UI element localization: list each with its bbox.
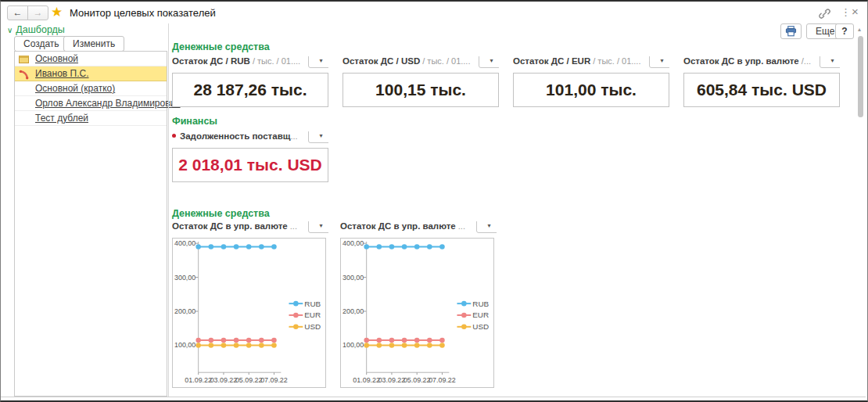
kpi-value: 28 187,26 тыс. [172, 73, 328, 107]
close-icon[interactable]: × [852, 5, 859, 18]
collapse-chevron-icon[interactable]: ∨ [7, 26, 13, 34]
svg-text:05.09.22: 05.09.22 [404, 376, 431, 384]
chart-card-title: Остаток ДС в упр. валюте ... ▾ [172, 221, 328, 233]
chart-card-1: Остаток ДС в упр. валюте ... ▾ 100,00200… [172, 221, 328, 388]
svg-text:USD: USD [304, 322, 321, 331]
help-button[interactable]: ? [835, 23, 854, 39]
kpi-card-rub: Остаток ДС / RUB / тыс. / 01.... ▾ 28 18… [172, 56, 328, 107]
section-title-finance: Финансы [172, 116, 217, 127]
back-button[interactable]: ← [7, 5, 28, 20]
kpi-card-title: Остаток ДС / EUR / тыс. / 01.... ▾ [513, 56, 669, 68]
svg-text:400,00: 400,00 [174, 239, 195, 247]
svg-text:03.09.22: 03.09.22 [210, 376, 238, 384]
dashboard-list-item[interactable]: Основной [15, 52, 167, 66]
kpi-card-title: Остаток ДС / USD / тыс. / 01.... ▾ [343, 56, 499, 68]
kpi-card-usd: Остаток ДС / USD / тыс. / 01.... ▾ 100,1… [343, 56, 499, 107]
line-chart-cash-balance: 100,00200,00300,00400,0001.09.2203.09.22… [340, 238, 494, 388]
kpi-options-dropdown-button[interactable]: ▾ [649, 56, 669, 68]
svg-text:200,00: 200,00 [343, 307, 364, 315]
svg-text:05.09.22: 05.09.22 [235, 376, 263, 384]
dashboards-list: Основной Иванов П.С. Основной (кратко) О… [14, 51, 167, 397]
kpi-options-dropdown-button[interactable]: ▾ [479, 56, 499, 68]
create-button[interactable]: Создать [14, 36, 69, 52]
chart-options-dropdown-button[interactable]: ▾ [308, 221, 328, 233]
negative-indicator-bullet-icon [172, 134, 176, 138]
kpi-card-title: Задолженность поставщ... ▾ [172, 131, 328, 143]
svg-text:07.09.22: 07.09.22 [429, 376, 456, 384]
svg-text:01.09.22: 01.09.22 [353, 376, 380, 384]
kpi-card-title: Остаток ДС / RUB / тыс. / 01.... ▾ [172, 56, 328, 68]
chart-card-title: Остаток ДС в упр. валюте ... ▾ [340, 221, 497, 233]
svg-text:01.09.22: 01.09.22 [185, 376, 212, 384]
svg-text:USD: USD [472, 322, 489, 331]
dashboards-group-label: Дашборды [16, 24, 65, 35]
dashboard-list-item[interactable]: Тест дублей [15, 111, 167, 126]
kpi-card-eur: Остаток ДС / EUR / тыс. / 01.... ▾ 101,0… [513, 56, 669, 107]
content-bottom-border [1, 397, 866, 397]
line-chart-cash-balance: 100,00200,00300,00400,0001.09.2203.09.22… [172, 238, 326, 388]
edit-button[interactable]: Изменить [63, 36, 124, 52]
svg-text:RUB: RUB [304, 300, 321, 308]
svg-text:100,00: 100,00 [174, 341, 195, 349]
favorite-star-icon[interactable]: ★ [51, 4, 63, 20]
scrollbar-up-arrow[interactable]: ▴ [858, 26, 861, 33]
kpi-card-title: Остаток ДС в упр. валюте /... ▾ [683, 56, 840, 68]
chart-options-dropdown-button[interactable]: ▾ [476, 221, 497, 233]
svg-text:RUB: RUB [472, 300, 489, 308]
svg-text:300,00: 300,00 [343, 274, 364, 282]
link-icon[interactable] [819, 8, 830, 23]
panel-splitter[interactable] [168, 23, 169, 397]
phone-icon [19, 69, 30, 79]
dashboard-list-item[interactable]: Орлов Александр Владимирович [15, 96, 167, 111]
menu-kebab-icon[interactable]: ⋮ [841, 6, 851, 18]
print-button[interactable] [780, 23, 802, 39]
page-title: Монитор целевых показателей [70, 7, 216, 19]
printer-icon [785, 26, 797, 37]
svg-text:EUR: EUR [304, 310, 321, 319]
dashboards-group-header: ∨Дашборды [7, 24, 65, 35]
section-title-money: Денежные средства [172, 41, 270, 52]
kpi-value: 101,00 тыс. [513, 73, 669, 107]
svg-text:07.09.22: 07.09.22 [260, 376, 288, 384]
kpi-options-dropdown-button[interactable]: ▾ [308, 131, 328, 143]
scrollbar-thumb[interactable] [858, 36, 863, 117]
kpi-card-mgmt-currency: Остаток ДС в упр. валюте /... ▾ 605,84 т… [683, 56, 840, 107]
kpi-value-negative: 2 018,01 тыс. USD [172, 148, 328, 182]
dashboard-list-item-selected[interactable]: Иванов П.С. [15, 66, 167, 81]
svg-text:100,00: 100,00 [343, 341, 364, 349]
kpi-card-payables: Задолженность поставщ... ▾ 2 018,01 тыс.… [172, 131, 328, 182]
svg-text:200,00: 200,00 [174, 307, 195, 315]
dashboard-list-item[interactable]: Основной (кратко) [15, 81, 167, 96]
svg-text:EUR: EUR [472, 310, 489, 319]
svg-text:03.09.22: 03.09.22 [378, 376, 406, 384]
svg-text:400,00: 400,00 [343, 239, 364, 247]
app-window: ← → ★ Монитор целевых показателей ⋮ × ∨Д… [0, 0, 868, 402]
section-title-money-charts: Денежные средства [172, 208, 270, 219]
kpi-options-dropdown-button[interactable]: ▾ [820, 56, 840, 68]
svg-text:300,00: 300,00 [174, 274, 195, 282]
kpi-value: 100,15 тыс. [343, 73, 499, 107]
forward-button[interactable]: → [27, 5, 48, 20]
chart-card-2: Остаток ДС в упр. валюте ... ▾ 100,00200… [340, 221, 497, 388]
kpi-options-dropdown-button[interactable]: ▾ [308, 56, 328, 68]
dashboard-icon [19, 54, 30, 64]
kpi-value: 605,84 тыс. USD [683, 73, 840, 107]
history-nav: ← → [7, 5, 48, 20]
